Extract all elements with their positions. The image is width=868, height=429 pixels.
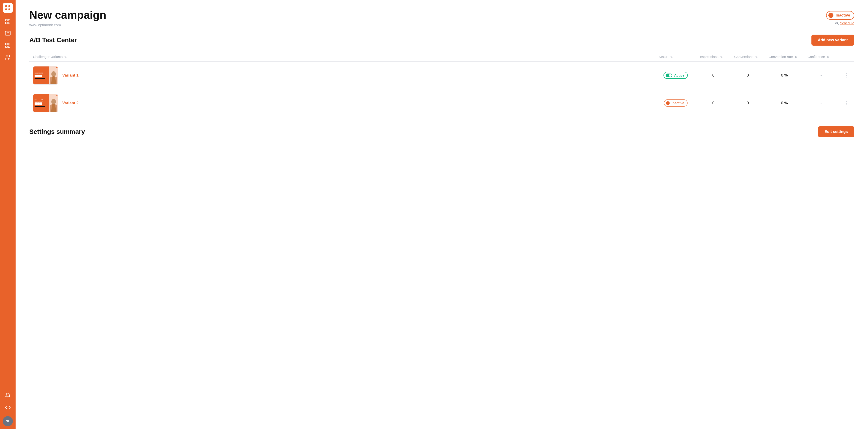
col-rate: Conversion rate ⇅ bbox=[765, 52, 804, 62]
svg-rect-12 bbox=[8, 46, 10, 48]
status-badge-active-0[interactable]: Active bbox=[663, 72, 687, 79]
variant-thumbnail-1: Want to win a GIFT? Click here to enter … bbox=[33, 94, 58, 112]
svg-rect-4 bbox=[5, 19, 7, 21]
ab-test-title: A/B Test Center bbox=[29, 36, 77, 44]
table-row: Want to win a GIFT? Click here to enter … bbox=[29, 89, 854, 117]
users-icon[interactable] bbox=[3, 52, 13, 62]
campaign-status-toggle[interactable]: Inactive bbox=[826, 11, 854, 20]
schedule-text: or, Schedule bbox=[835, 21, 854, 25]
table-row: Want to win a GIFT? Click here to enter … bbox=[29, 61, 854, 89]
svg-rect-11 bbox=[5, 46, 7, 48]
sort-icon-variant[interactable]: ⇅ bbox=[64, 55, 67, 59]
campaigns-icon[interactable] bbox=[3, 40, 13, 50]
conversions-cell-0: 0 bbox=[731, 61, 765, 89]
variant-name-0[interactable]: Variant 1 bbox=[62, 73, 79, 78]
table-body: Want to win a GIFT? Click here to enter … bbox=[29, 61, 854, 117]
rate-cell-1: 0 % bbox=[765, 89, 804, 117]
ab-test-header: A/B Test Center Add new variant bbox=[29, 35, 854, 46]
toggle-on-icon bbox=[666, 74, 672, 77]
col-conversions: Conversions ⇅ bbox=[731, 52, 765, 62]
table-header: Challenger variants ⇅ Status ⇅ Impressio… bbox=[29, 52, 854, 62]
status-cell-1: Inactive bbox=[655, 89, 696, 117]
sort-icon-status[interactable]: ⇅ bbox=[670, 55, 673, 59]
dashboard-icon[interactable] bbox=[3, 17, 13, 27]
add-variant-button[interactable]: Add new variant bbox=[811, 35, 854, 46]
svg-rect-2 bbox=[5, 8, 7, 10]
variant-thumbnail-0: Want to win a GIFT? Click here to enter … bbox=[33, 66, 58, 85]
page-subtitle: www.optimonk.com bbox=[29, 23, 106, 27]
variant-name-1[interactable]: Variant 2 bbox=[62, 101, 79, 106]
svg-rect-7 bbox=[8, 22, 10, 24]
schedule-link[interactable]: Schedule bbox=[840, 21, 854, 25]
col-variant: Challenger variants ⇅ bbox=[29, 52, 655, 62]
variants-table: Challenger variants ⇅ Status ⇅ Impressio… bbox=[29, 52, 854, 117]
main-content: New campaign www.optimonk.com Inactive o… bbox=[16, 0, 868, 429]
col-confidence: Confidence ⇅ bbox=[804, 52, 838, 62]
status-badge-inactive-1[interactable]: Inactive bbox=[664, 99, 687, 107]
svg-rect-1 bbox=[8, 5, 10, 7]
col-actions bbox=[838, 52, 854, 62]
variant-cell-1: Want to win a GIFT? Click here to enter … bbox=[29, 89, 655, 117]
status-text-0: Active bbox=[674, 73, 684, 77]
confidence-cell-0: - bbox=[804, 61, 838, 89]
actions-cell-1: ⋮ bbox=[838, 89, 854, 117]
settings-header: Settings summary Edit settings bbox=[29, 126, 854, 137]
status-text-1: Inactive bbox=[672, 101, 684, 105]
svg-rect-5 bbox=[8, 19, 10, 21]
status-label: Inactive bbox=[836, 13, 850, 18]
svg-rect-9 bbox=[5, 43, 7, 45]
rate-cell-0: 0 % bbox=[765, 61, 804, 89]
svg-rect-0 bbox=[5, 5, 7, 7]
confidence-cell-1: - bbox=[804, 89, 838, 117]
sort-icon-conversions[interactable]: ⇅ bbox=[755, 55, 757, 59]
header-right: Inactive or, Schedule bbox=[826, 9, 854, 25]
sort-icon-impressions[interactable]: ⇅ bbox=[720, 55, 722, 59]
variant-cell-0: Want to win a GIFT? Click here to enter … bbox=[29, 61, 655, 89]
svg-point-16 bbox=[51, 99, 56, 105]
sort-icon-rate[interactable]: ⇅ bbox=[795, 55, 797, 59]
status-indicator-dot bbox=[828, 13, 833, 18]
conversions-cell-1: 0 bbox=[731, 89, 765, 117]
more-options-button-1[interactable]: ⋮ bbox=[842, 99, 850, 107]
actions-cell-0: ⋮ bbox=[838, 61, 854, 89]
impressions-cell-1: 0 bbox=[696, 89, 731, 117]
app-logo[interactable] bbox=[3, 3, 13, 13]
user-avatar[interactable]: NL bbox=[3, 416, 13, 426]
page-header: New campaign www.optimonk.com Inactive o… bbox=[29, 9, 854, 27]
more-options-button-0[interactable]: ⋮ bbox=[842, 72, 850, 79]
title-section: New campaign www.optimonk.com bbox=[29, 9, 106, 27]
impressions-cell-0: 0 bbox=[696, 61, 731, 89]
svg-rect-3 bbox=[8, 8, 10, 10]
page-title: New campaign bbox=[29, 9, 106, 21]
analytics-icon[interactable] bbox=[3, 28, 13, 38]
svg-rect-6 bbox=[5, 22, 7, 24]
inactive-dot-icon bbox=[666, 101, 670, 105]
sort-icon-confidence[interactable]: ⇅ bbox=[827, 55, 829, 59]
status-cell-0: Active bbox=[655, 61, 696, 89]
col-impressions: Impressions ⇅ bbox=[696, 52, 731, 62]
svg-rect-10 bbox=[8, 43, 10, 45]
sidebar: NL bbox=[0, 0, 16, 429]
edit-settings-button[interactable]: Edit settings bbox=[818, 126, 854, 137]
settings-section: Settings summary Edit settings bbox=[29, 126, 854, 142]
code-icon[interactable] bbox=[3, 402, 13, 412]
svg-point-14 bbox=[51, 71, 56, 77]
settings-title: Settings summary bbox=[29, 128, 85, 136]
bell-icon[interactable] bbox=[3, 391, 13, 401]
svg-point-13 bbox=[6, 55, 8, 57]
col-status: Status ⇅ bbox=[655, 52, 696, 62]
